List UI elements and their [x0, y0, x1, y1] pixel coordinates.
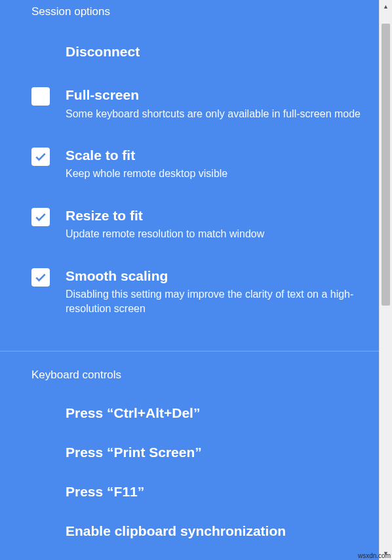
- press-print-screen[interactable]: Press “Print Screen”: [31, 433, 363, 472]
- smooth-scaling-title: Smooth scaling: [66, 268, 363, 285]
- scroll-thumb[interactable]: [382, 24, 390, 306]
- fullscreen-row[interactable]: Full-screen Some keyboard shortcuts are …: [31, 73, 363, 134]
- scrollbar[interactable]: ▲ ▼: [379, 0, 392, 560]
- press-ctrl-alt-del[interactable]: Press “Ctrl+Alt+Del”: [31, 393, 363, 433]
- scroll-up-arrow[interactable]: ▲: [380, 0, 392, 13]
- resize-to-fit-title: Resize to fit: [66, 207, 363, 224]
- scale-to-fit-row[interactable]: Scale to fit Keep whole remote desktop v…: [31, 134, 363, 194]
- session-options-header: Session options: [0, 0, 379, 30]
- smooth-scaling-sub: Disabling this setting may improve the c…: [66, 287, 363, 315]
- fullscreen-title: Full-screen: [66, 87, 363, 104]
- resize-to-fit-checkbox[interactable]: [31, 208, 50, 226]
- scale-to-fit-checkbox[interactable]: [31, 148, 50, 166]
- disconnect-row[interactable]: Disconnect: [31, 30, 363, 73]
- keyboard-controls-header: Keyboard controls: [0, 351, 379, 393]
- enable-clipboard-sync[interactable]: Enable clipboard synchronization: [31, 511, 363, 551]
- session-options-body: Disconnect Full-screen Some keyboard sho…: [0, 30, 379, 329]
- resize-to-fit-sub: Update remote resolution to match window: [66, 227, 363, 241]
- check-icon: [34, 271, 47, 284]
- keyboard-controls-body: Press “Ctrl+Alt+Del” Press “Print Screen…: [0, 393, 379, 551]
- check-icon: [34, 150, 47, 163]
- check-icon: [34, 210, 47, 224]
- disconnect-title: Disconnect: [66, 43, 363, 60]
- disconnect-spacer: [31, 43, 66, 44]
- resize-to-fit-row[interactable]: Resize to fit Update remote resolution t…: [31, 194, 363, 254]
- press-f11[interactable]: Press “F11”: [31, 472, 363, 511]
- settings-panel: Session options Disconnect Full-screen S…: [0, 0, 379, 560]
- smooth-scaling-row[interactable]: Smooth scaling Disabling this setting ma…: [31, 254, 363, 329]
- watermark: wsxdn.com: [358, 552, 391, 559]
- scale-to-fit-sub: Keep whole remote desktop visible: [66, 167, 363, 181]
- fullscreen-sub: Some keyboard shortcuts are only availab…: [66, 107, 363, 121]
- scale-to-fit-title: Scale to fit: [66, 147, 363, 164]
- fullscreen-checkbox[interactable]: [31, 87, 50, 106]
- smooth-scaling-checkbox[interactable]: [31, 268, 50, 287]
